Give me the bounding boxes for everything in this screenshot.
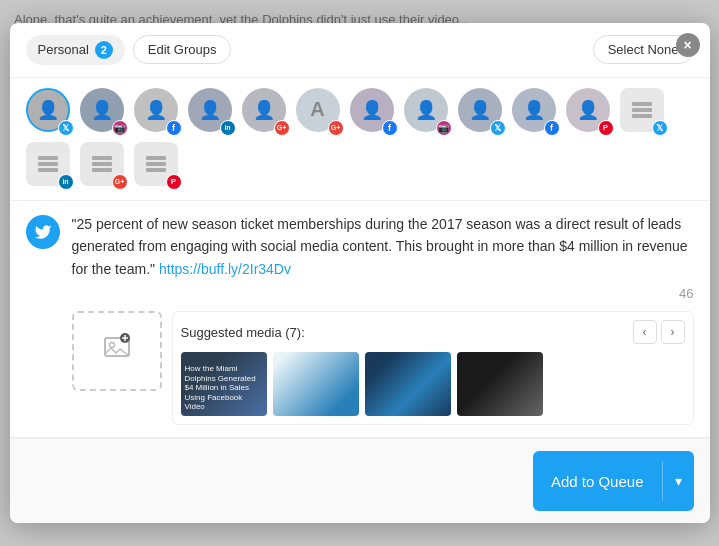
tweet-link[interactable]: https://buff.ly/2Ir34Dv bbox=[159, 261, 291, 277]
twitter-icon bbox=[26, 215, 60, 249]
svg-rect-7 bbox=[92, 162, 112, 166]
avatar-item[interactable]: 👤 f bbox=[512, 88, 560, 136]
google-badge: G+ bbox=[274, 120, 290, 136]
instagram-badge: 📷 bbox=[112, 120, 128, 136]
avatar-item[interactable]: 👤 𝕏 bbox=[458, 88, 506, 136]
svg-rect-2 bbox=[632, 114, 652, 118]
svg-rect-4 bbox=[38, 162, 58, 166]
pinterest-badge: P bbox=[598, 120, 614, 136]
personal-tab-label: Personal bbox=[38, 42, 89, 57]
personal-tab-badge: 2 bbox=[95, 41, 113, 59]
tweet-text: "25 percent of new season ticket members… bbox=[72, 213, 694, 280]
svg-rect-8 bbox=[92, 168, 112, 172]
pinterest-badge-stack: P bbox=[166, 174, 182, 190]
svg-rect-3 bbox=[38, 156, 58, 160]
google-badge-2: G+ bbox=[328, 120, 344, 136]
twitter-badge-2: 𝕏 bbox=[490, 120, 506, 136]
avatar-item-stack-pinterest[interactable]: P bbox=[134, 142, 182, 190]
close-button[interactable]: × bbox=[676, 33, 700, 57]
media-thumbnail-2[interactable] bbox=[273, 352, 359, 416]
facebook-badge: f bbox=[166, 120, 182, 136]
avatar-item[interactable]: 👤 📷 bbox=[404, 88, 452, 136]
modal-container: × Personal 2 Edit Groups Select None 👤 𝕏 bbox=[10, 23, 710, 523]
linkedin-badge: in bbox=[220, 120, 236, 136]
twitter-icon-col bbox=[26, 215, 60, 425]
twitter-badge: 𝕏 bbox=[58, 120, 74, 136]
svg-rect-0 bbox=[632, 102, 652, 106]
svg-rect-5 bbox=[38, 168, 58, 172]
media-section: Suggested media (7): ‹ › How the Miami D… bbox=[72, 311, 694, 425]
content-area: "25 percent of new season ticket members… bbox=[10, 201, 710, 438]
avatar-grid: 👤 𝕏 👤 📷 👤 f 👤 bbox=[10, 78, 710, 201]
avatar-item[interactable]: 👤 P bbox=[566, 88, 614, 136]
svg-rect-9 bbox=[146, 156, 166, 160]
prev-arrow-button[interactable]: ‹ bbox=[633, 320, 657, 344]
svg-point-13 bbox=[109, 342, 114, 347]
instagram-badge-2: 📷 bbox=[436, 120, 452, 136]
tweet-content: "25 percent of new season ticket members… bbox=[72, 213, 694, 425]
twitter-badge-stack: 𝕏 bbox=[652, 120, 668, 136]
avatar-item-stack-google[interactable]: G+ bbox=[80, 142, 128, 190]
svg-rect-1 bbox=[632, 108, 652, 112]
facebook-badge-3: f bbox=[544, 120, 560, 136]
modal-overlay: Alone, that's quite an achievement, yet … bbox=[0, 0, 719, 546]
facebook-badge-2: f bbox=[382, 120, 398, 136]
avatar-item[interactable]: 👤 f bbox=[350, 88, 398, 136]
svg-rect-11 bbox=[146, 168, 166, 172]
svg-rect-6 bbox=[92, 156, 112, 160]
add-to-queue-label: Add to Queue bbox=[533, 473, 662, 490]
media-thumbnails: How the Miami Dolphins Generated $4 Mill… bbox=[181, 352, 685, 416]
media-thumbnail-3[interactable] bbox=[365, 352, 451, 416]
suggested-media-title: Suggested media (7): bbox=[181, 325, 305, 340]
header-row: Personal 2 Edit Groups Select None bbox=[10, 23, 710, 78]
add-to-queue-button[interactable]: Add to Queue ▾ bbox=[533, 451, 694, 511]
dropdown-arrow-icon[interactable]: ▾ bbox=[663, 473, 694, 489]
media-thumbnail-1[interactable]: How the Miami Dolphins Generated $4 Mill… bbox=[181, 352, 267, 416]
avatar-item[interactable]: 👤 G+ bbox=[242, 88, 290, 136]
nav-arrows: ‹ › bbox=[633, 320, 685, 344]
avatar-item-stack-twitter[interactable]: 𝕏 bbox=[620, 88, 668, 136]
avatar-item[interactable]: A G+ bbox=[296, 88, 344, 136]
footer-row: Add to Queue ▾ bbox=[10, 438, 710, 523]
upload-icon bbox=[101, 332, 133, 371]
media-thumbnail-4[interactable] bbox=[457, 352, 543, 416]
suggested-media-panel: Suggested media (7): ‹ › How the Miami D… bbox=[172, 311, 694, 425]
avatar-item[interactable]: 👤 in bbox=[188, 88, 236, 136]
avatar-item-stack-linkedin[interactable]: in bbox=[26, 142, 74, 190]
avatar-item[interactable]: 👤 f bbox=[134, 88, 182, 136]
personal-tab[interactable]: Personal 2 bbox=[26, 35, 125, 65]
char-count: 46 bbox=[72, 286, 694, 301]
linkedin-badge-stack: in bbox=[58, 174, 74, 190]
upload-placeholder[interactable] bbox=[72, 311, 162, 391]
svg-rect-10 bbox=[146, 162, 166, 166]
next-arrow-button[interactable]: › bbox=[661, 320, 685, 344]
edit-groups-button[interactable]: Edit Groups bbox=[133, 35, 232, 64]
suggested-media-header: Suggested media (7): ‹ › bbox=[181, 320, 685, 344]
avatar-item[interactable]: 👤 📷 bbox=[80, 88, 128, 136]
google-badge-stack: G+ bbox=[112, 174, 128, 190]
avatar-item[interactable]: 👤 𝕏 bbox=[26, 88, 74, 136]
